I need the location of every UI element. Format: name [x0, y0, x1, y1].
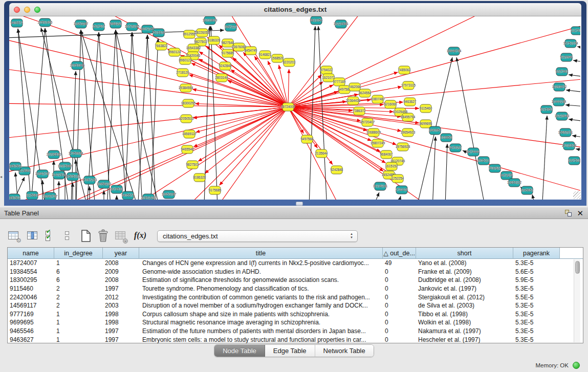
- network-node[interactable]: 10654112: [507, 179, 521, 187]
- network-node[interactable]: 12444194: [552, 98, 567, 106]
- network-node[interactable]: 10958107: [97, 180, 112, 188]
- network-node[interactable]: 17973115: [401, 81, 416, 90]
- table-row[interactable]: 946554611997Estimation of the future num…: [8, 327, 583, 336]
- network-node[interactable]: 8912955: [183, 30, 196, 38]
- network-node[interactable]: 19384554: [179, 84, 193, 92]
- table-row[interactable]: 2242004622012Investigating the contribut…: [8, 293, 583, 301]
- table-scrollbar[interactable]: [574, 259, 580, 342]
- row-height-button[interactable]: [61, 229, 74, 243]
- network-node[interactable]: 9227343: [556, 68, 569, 76]
- network-node[interactable]: 1733426: [396, 186, 408, 194]
- network-node[interactable]: 18495794: [401, 113, 416, 121]
- select-columns-button[interactable]: ✔ ✔: [44, 229, 57, 243]
- network-node[interactable]: 9465546: [181, 145, 194, 154]
- network-node[interactable]: 8186328: [193, 173, 206, 182]
- network-node[interactable]: 2803144: [215, 74, 228, 82]
- network-node[interactable]: 6966160: [110, 20, 122, 28]
- network-node[interactable]: 1678533: [111, 185, 123, 193]
- table-row[interactable]: 946362711997Embryonic stem cells: a mode…: [8, 335, 583, 344]
- close-button[interactable]: [14, 7, 20, 13]
- table-row[interactable]: 977716911998Corpus callosum shape and si…: [8, 310, 583, 319]
- network-node[interactable]: 9245652: [521, 186, 534, 194]
- table-row[interactable]: 1830029562008Estimation of significance …: [8, 276, 583, 285]
- network-node[interactable]: 7515526: [153, 29, 165, 37]
- network-node[interactable]: 12050513: [179, 115, 194, 123]
- network-node[interactable]: 8813054: [310, 16, 323, 25]
- show-columns-button[interactable]: [26, 229, 39, 243]
- network-node[interactable]: 1527607: [93, 23, 105, 31]
- network-node[interactable]: 18226058: [195, 29, 210, 37]
- network-node[interactable]: 9497568: [301, 135, 314, 143]
- network-node[interactable]: 3624554: [359, 89, 372, 97]
- network-node[interactable]: 10807487: [371, 95, 385, 103]
- network-node[interactable]: 9242848: [331, 166, 343, 174]
- network-node[interactable]: 1115681: [26, 191, 38, 200]
- network-node[interactable]: 17957253: [82, 176, 97, 184]
- network-node[interactable]: 8454749: [245, 47, 257, 55]
- network-node[interactable]: 1252254: [391, 174, 404, 183]
- network-node[interactable]: 6216060: [384, 100, 397, 108]
- column-header-out_de[interactable]: △ out_de...: [383, 248, 416, 259]
- network-node[interactable]: 1568520: [271, 54, 284, 62]
- network-node[interactable]: 20364436: [346, 97, 361, 105]
- tab-node-table[interactable]: Node Table: [214, 345, 265, 357]
- network-node[interactable]: 15751074: [563, 39, 578, 48]
- network-node[interactable]: 933850: [441, 134, 452, 142]
- network-node[interactable]: 15720407: [360, 118, 375, 126]
- network-svg[interactable]: 1872400776638228960124891295518226058982…: [9, 16, 580, 200]
- network-node[interactable]: 7857224: [225, 23, 237, 31]
- column-header-pagerank[interactable]: pagerank: [513, 248, 560, 259]
- network-node[interactable]: 6479197: [449, 144, 462, 152]
- minimize-button[interactable]: [24, 7, 30, 13]
- network-node[interactable]: 9115460: [420, 104, 432, 113]
- network-node[interactable]: 7462066: [349, 83, 361, 91]
- network-node[interactable]: 9175685: [222, 49, 234, 57]
- delete-column-button[interactable]: [97, 229, 110, 243]
- network-node[interactable]: 14136141: [373, 182, 388, 190]
- column-header-year[interactable]: year: [103, 248, 139, 259]
- column-header-in_degree[interactable]: in_degree: [54, 248, 103, 259]
- memory-status-dot[interactable]: [573, 362, 580, 369]
- table-mode-button[interactable]: ⚙: [7, 229, 20, 243]
- network-node[interactable]: 10653287: [162, 190, 177, 199]
- table-row[interactable]: 1938455462009Genome-wide association stu…: [8, 268, 583, 276]
- network-node[interactable]: 13942737: [35, 170, 50, 178]
- network-node[interactable]: 9405571: [122, 191, 135, 200]
- network-node[interactable]: 12093872: [552, 83, 567, 91]
- network-node[interactable]: 17359924: [69, 149, 83, 158]
- network-node[interactable]: 8960123: [179, 56, 192, 64]
- column-header-short[interactable]: short: [416, 248, 513, 259]
- network-node[interactable]: 2718120: [177, 69, 189, 77]
- network-node[interactable]: 1167533: [568, 157, 580, 165]
- network-node[interactable]: 19218586: [334, 20, 349, 28]
- panel-divider-grip[interactable]: [296, 202, 303, 206]
- tab-edge-table[interactable]: Edge Table: [265, 345, 315, 357]
- table-row[interactable]: 1456911722003Disruption of a novel membe…: [8, 301, 583, 310]
- network-node[interactable]: 8220203: [283, 58, 296, 67]
- network-node[interactable]: 9242848: [219, 62, 232, 70]
- network-node[interactable]: 12505123: [66, 172, 80, 181]
- network-canvas[interactable]: 1872400776638228960124891295518226058982…: [9, 16, 581, 200]
- network-node[interactable]: 8960124: [168, 48, 181, 56]
- network-node[interactable]: 11421519: [52, 171, 66, 179]
- column-header-name[interactable]: name: [8, 248, 54, 259]
- network-node[interactable]: 9405571: [11, 19, 24, 27]
- network-node[interactable]: 10975887: [58, 162, 73, 170]
- network-node[interactable]: 1640954: [429, 126, 442, 135]
- network-node[interactable]: 9463627: [404, 98, 417, 106]
- table-row[interactable]: 969969511998Structural magnetic resonanc…: [8, 318, 583, 327]
- network-node[interactable]: 7386372: [353, 107, 366, 115]
- network-node[interactable]: 9684067: [380, 150, 393, 159]
- network-node[interactable]: 20206536: [47, 150, 61, 159]
- network-node[interactable]: 16210643: [555, 112, 570, 120]
- network-node[interactable]: 9215953: [540, 105, 553, 114]
- network-node[interactable]: 19654923: [401, 128, 416, 137]
- network-node[interactable]: 7485063: [398, 66, 411, 74]
- window-titlebar[interactable]: citations_edges.txt: [9, 3, 581, 16]
- network-node[interactable]: 1615152: [385, 162, 398, 170]
- panel-collapse-arrow-icon[interactable]: ◂: [0, 174, 2, 179]
- network-node[interactable]: 8186328: [208, 36, 221, 45]
- network-node[interactable]: 10719185: [125, 23, 140, 31]
- table-row[interactable]: 1872400712008Changes of HCN gene express…: [8, 259, 583, 268]
- network-node[interactable]: 9129946: [560, 53, 573, 61]
